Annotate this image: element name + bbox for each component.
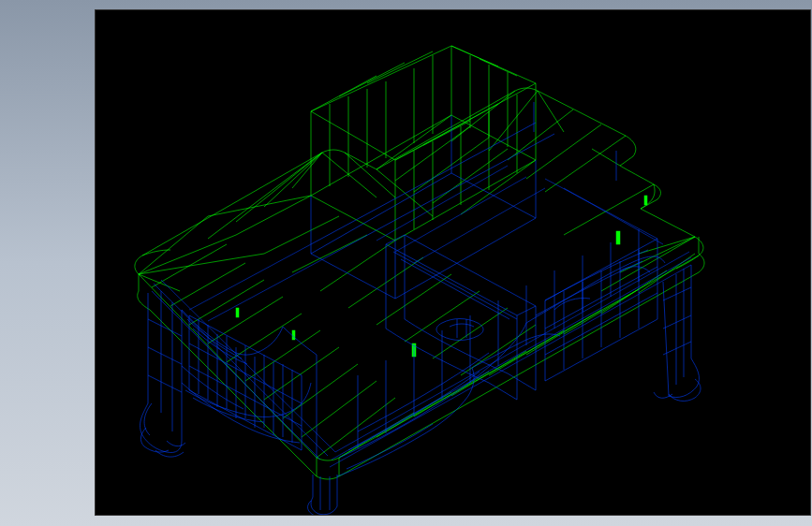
svg-line-41 <box>236 196 311 235</box>
svg-line-135 <box>208 256 330 321</box>
svg-line-122 <box>311 123 536 244</box>
svg-line-19 <box>345 153 395 197</box>
svg-rect-77 <box>616 231 620 244</box>
svg-line-7 <box>208 297 283 343</box>
svg-line-136 <box>376 166 508 241</box>
svg-line-11 <box>283 364 358 418</box>
svg-line-1 <box>139 235 236 274</box>
svg-line-61 <box>480 59 517 76</box>
svg-line-4 <box>152 244 227 287</box>
svg-line-44 <box>320 241 395 291</box>
wireframe-mesh-svg <box>96 10 811 516</box>
svg-line-54 <box>461 160 536 214</box>
svg-line-2 <box>139 254 264 274</box>
svg-line-129 <box>154 284 328 456</box>
svg-line-133 <box>335 252 689 452</box>
svg-line-46 <box>376 274 451 325</box>
svg-line-27 <box>564 184 654 235</box>
svg-line-6 <box>189 280 264 325</box>
svg-line-18 <box>208 153 322 239</box>
svg-line-87 <box>663 315 691 329</box>
svg-line-3 <box>139 274 180 291</box>
svg-line-34 <box>451 351 526 396</box>
svg-line-53 <box>433 149 508 203</box>
cad-3d-viewport[interactable] <box>95 9 811 516</box>
svg-line-131 <box>330 265 691 467</box>
svg-line-25 <box>526 124 601 179</box>
svg-line-12 <box>302 381 376 437</box>
svg-line-0 <box>139 216 208 274</box>
svg-rect-80 <box>644 196 647 205</box>
svg-line-55 <box>311 76 376 111</box>
svg-line-26 <box>545 136 626 192</box>
svg-rect-78 <box>236 308 239 317</box>
svg-line-88 <box>663 342 691 355</box>
svg-line-123 <box>330 134 554 256</box>
svg-line-140 <box>564 188 663 244</box>
svg-line-23 <box>538 91 564 132</box>
svg-line-20 <box>376 169 433 216</box>
svg-line-14 <box>322 153 376 197</box>
svg-line-82 <box>148 347 182 364</box>
svg-line-22 <box>489 91 538 151</box>
svg-line-60 <box>451 46 498 66</box>
svg-line-15 <box>292 153 322 188</box>
svg-line-40 <box>208 196 311 216</box>
svg-line-30 <box>639 237 695 254</box>
svg-line-57 <box>367 51 433 83</box>
svg-line-132 <box>332 257 691 460</box>
svg-line-86 <box>663 287 691 300</box>
svg-line-17 <box>236 153 322 222</box>
svg-line-83 <box>148 375 182 392</box>
svg-line-130 <box>161 280 335 452</box>
wireframe-model[interactable] <box>96 10 810 515</box>
svg-rect-79 <box>292 330 295 340</box>
svg-line-13 <box>317 398 395 458</box>
svg-line-81 <box>148 319 182 336</box>
svg-line-56 <box>339 63 405 96</box>
svg-line-16 <box>264 153 322 207</box>
svg-line-24 <box>508 110 573 160</box>
svg-line-134 <box>189 244 311 310</box>
